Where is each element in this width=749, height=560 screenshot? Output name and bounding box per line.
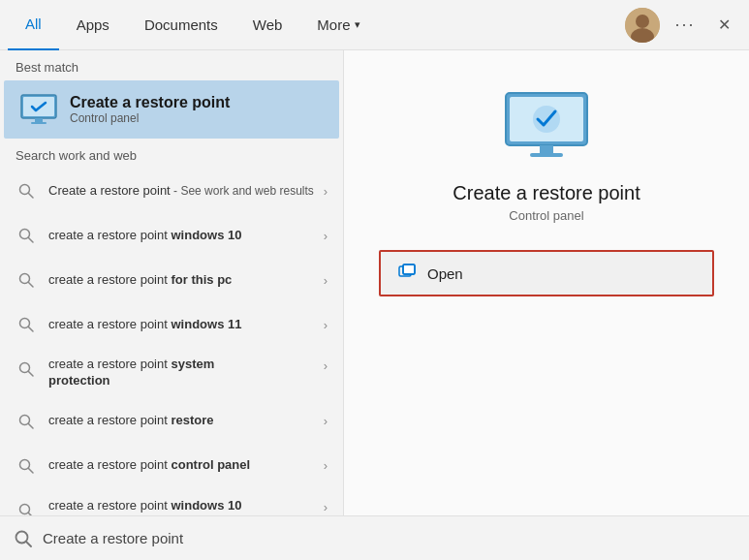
chevron-right-icon: › bbox=[324, 318, 328, 332]
chevron-right-icon: › bbox=[324, 500, 328, 514]
svg-line-10 bbox=[29, 238, 34, 243]
svg-rect-26 bbox=[540, 145, 553, 153]
bottom-search-text[interactable]: Create a restore point bbox=[43, 530, 183, 546]
tab-apps[interactable]: Apps bbox=[59, 0, 127, 50]
list-item-text: create a restore point control panel bbox=[48, 457, 316, 474]
chevron-right-icon: › bbox=[324, 184, 328, 199]
tab-apps-label: Apps bbox=[77, 16, 109, 33]
chevron-right-icon: › bbox=[324, 458, 328, 473]
chevron-right-icon: › bbox=[324, 358, 328, 373]
chevron-right-icon: › bbox=[324, 273, 328, 288]
svg-line-12 bbox=[29, 283, 34, 288]
list-item[interactable]: Create a restore point - See work and we… bbox=[0, 169, 343, 213]
tab-documents-label: Documents bbox=[144, 16, 218, 33]
search-icon bbox=[16, 314, 37, 335]
svg-point-1 bbox=[636, 15, 649, 28]
svg-rect-6 bbox=[31, 122, 47, 124]
open-button-container: Open bbox=[363, 250, 730, 296]
bottom-search-icon bbox=[12, 527, 35, 550]
svg-rect-29 bbox=[403, 264, 415, 274]
tab-all-label: All bbox=[25, 16, 42, 32]
svg-line-16 bbox=[29, 372, 34, 377]
list-item-text: create a restore point windows 11 bbox=[48, 317, 316, 333]
list-item-text: create a restore point restore bbox=[48, 413, 316, 429]
list-item[interactable]: create a restore point windows 10setting… bbox=[0, 488, 343, 515]
list-item[interactable]: create a restore point windows 11 › bbox=[0, 302, 343, 347]
top-bar: All Apps Documents Web More ▾ ··· ✕ bbox=[0, 0, 749, 50]
search-icon bbox=[16, 500, 37, 515]
search-icon bbox=[16, 180, 37, 202]
svg-line-32 bbox=[26, 542, 31, 546]
tab-more-label: More bbox=[317, 16, 350, 33]
search-icon bbox=[16, 225, 37, 246]
svg-rect-5 bbox=[35, 118, 43, 122]
search-work-web-label: Search work and web bbox=[0, 139, 343, 169]
close-icon: ✕ bbox=[718, 16, 731, 34]
user-avatar[interactable] bbox=[625, 8, 660, 43]
tab-web[interactable]: Web bbox=[235, 0, 300, 50]
best-match-text: Create a restore point Control panel bbox=[70, 94, 230, 125]
more-options-button[interactable]: ··· bbox=[668, 8, 702, 43]
tab-all[interactable]: All bbox=[8, 0, 59, 50]
list-item[interactable]: create a restore point for this pc › bbox=[0, 258, 343, 302]
list-item-text: create a restore point windows 10 bbox=[48, 228, 316, 244]
search-icon bbox=[16, 358, 37, 380]
svg-rect-27 bbox=[530, 153, 563, 157]
right-panel: Create a restore point Control panel Ope… bbox=[344, 50, 749, 515]
search-icon bbox=[16, 269, 37, 291]
best-match-label: Best match bbox=[0, 50, 343, 80]
best-match-item[interactable]: Create a restore point Control panel bbox=[4, 80, 339, 139]
chevron-right-icon: › bbox=[324, 229, 328, 243]
tab-documents[interactable]: Documents bbox=[127, 0, 235, 50]
open-icon bbox=[398, 264, 416, 283]
open-button[interactable]: Open bbox=[379, 250, 714, 296]
list-item[interactable]: create a restore point systemprotection … bbox=[0, 347, 343, 399]
bottom-bar: Create a restore point bbox=[0, 515, 749, 560]
tab-web-label: Web bbox=[253, 16, 283, 33]
main-content: Best match Create a restore point Contro… bbox=[0, 50, 749, 515]
open-label: Open bbox=[427, 265, 463, 282]
left-panel: Best match Create a restore point Contro… bbox=[0, 50, 344, 515]
chevron-right-icon: › bbox=[324, 414, 328, 428]
search-items: Create a restore point - See work and we… bbox=[0, 169, 343, 515]
best-match-icon bbox=[19, 92, 58, 127]
svg-line-14 bbox=[29, 327, 34, 332]
list-item[interactable]: create a restore point windows 10 › bbox=[0, 213, 343, 258]
search-icon bbox=[16, 455, 37, 477]
more-dropdown-arrow-icon: ▾ bbox=[355, 18, 360, 31]
tab-more[interactable]: More ▾ bbox=[299, 0, 377, 50]
svg-line-20 bbox=[29, 468, 34, 473]
list-item[interactable]: create a restore point control panel › bbox=[0, 444, 343, 488]
close-button[interactable]: ✕ bbox=[706, 8, 741, 43]
best-match-title: Create a restore point bbox=[70, 94, 230, 111]
list-item-text: create a restore point windows 10setting… bbox=[48, 498, 316, 515]
svg-line-8 bbox=[29, 194, 34, 199]
detail-title: Create a restore point bbox=[453, 182, 640, 204]
detail-icon bbox=[503, 89, 590, 167]
list-item-text: create a restore point systemprotection bbox=[48, 357, 316, 389]
right-panel-detail: Create a restore point Control panel Ope… bbox=[344, 50, 749, 316]
list-item[interactable]: create a restore point restore › bbox=[0, 399, 343, 444]
search-icon bbox=[16, 411, 37, 432]
svg-line-18 bbox=[29, 423, 34, 428]
detail-subtitle: Control panel bbox=[509, 208, 583, 223]
list-item-text: Create a restore point - See work and we… bbox=[48, 183, 316, 200]
list-item-text: create a restore point for this pc bbox=[48, 272, 316, 289]
best-match-subtitle: Control panel bbox=[70, 111, 230, 125]
